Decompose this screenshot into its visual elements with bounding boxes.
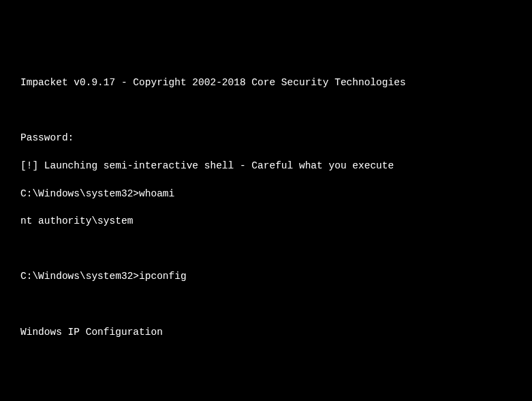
cmd-ipconfig: ipconfig <box>139 271 187 282</box>
whoami-output: nt authority\system <box>20 214 512 228</box>
prompt: C:\Windows\system32> <box>20 271 139 282</box>
blank-line <box>20 381 512 394</box>
cmd-whoami: whoami <box>139 188 174 199</box>
cmd-whoami-line: C:\Windows\system32>whoami <box>20 187 512 200</box>
password-prompt: Password: <box>20 131 512 145</box>
shell-launch-msg: [!] Launching semi-interactive shell - C… <box>20 159 512 173</box>
prompt: C:\Windows\system32> <box>20 188 139 199</box>
blank-line <box>20 297 512 311</box>
blank-line <box>20 353 512 366</box>
blank-line <box>20 104 512 117</box>
impacket-banner: Impacket v0.9.17 - Copyright 2002-2018 C… <box>20 76 512 89</box>
cmd-ipconfig-line: C:\Windows\system32>ipconfig <box>20 269 512 283</box>
ipconfig-header: Windows IP Configuration <box>20 325 512 339</box>
blank-line <box>20 242 512 256</box>
